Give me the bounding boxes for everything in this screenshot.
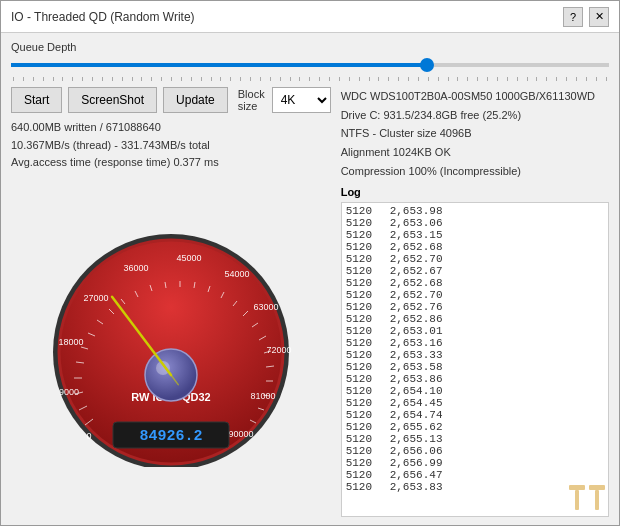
log-container[interactable]: 51202,653.9851202,653.0651202,653.155120… bbox=[341, 202, 609, 517]
svg-rect-43 bbox=[589, 485, 605, 490]
log-row: 51202,652.68 bbox=[346, 241, 604, 253]
log-col1: 5120 bbox=[346, 349, 382, 361]
tick bbox=[132, 77, 133, 81]
log-row: 51202,656.06 bbox=[346, 445, 604, 457]
tick bbox=[309, 77, 310, 81]
tick bbox=[507, 77, 508, 81]
svg-text:90000: 90000 bbox=[228, 429, 253, 439]
log-row: 51202,652.67 bbox=[346, 265, 604, 277]
tick bbox=[359, 77, 360, 81]
tick bbox=[477, 77, 478, 81]
log-col1: 5120 bbox=[346, 313, 382, 325]
start-button[interactable]: Start bbox=[11, 87, 62, 113]
log-col1: 5120 bbox=[346, 481, 382, 493]
stats-text: 640.00MB written / 671088640 10.367MB/s … bbox=[11, 119, 331, 172]
svg-text:81000: 81000 bbox=[250, 391, 275, 401]
log-col1: 5120 bbox=[346, 421, 382, 433]
log-row: 51202,653.16 bbox=[346, 337, 604, 349]
gauge-container: 0 9000 18000 27000 36000 45000 bbox=[11, 178, 331, 517]
tick bbox=[171, 77, 172, 81]
tick bbox=[260, 77, 261, 81]
device-alignment: Alignment 1024KB OK bbox=[341, 143, 609, 162]
tick bbox=[23, 77, 24, 81]
log-row: 51202,653.01 bbox=[346, 325, 604, 337]
log-col1: 5120 bbox=[346, 253, 382, 265]
avg-access-stat: Avg.access time (response time) 0.377 ms bbox=[11, 154, 331, 172]
tick-row bbox=[11, 77, 609, 81]
tick bbox=[566, 77, 567, 81]
window-title: IO - Threaded QD (Random Write) bbox=[11, 10, 195, 24]
log-col1: 5120 bbox=[346, 337, 382, 349]
log-col2: 2,653.98 bbox=[390, 205, 443, 217]
log-col2: 2,652.68 bbox=[390, 277, 443, 289]
log-col1: 5120 bbox=[346, 217, 382, 229]
svg-text:18000: 18000 bbox=[58, 337, 83, 347]
queue-label: Queue Depth bbox=[11, 41, 609, 53]
device-compression: Compression 100% (Incompressible) bbox=[341, 162, 609, 181]
log-col2: 2,652.67 bbox=[390, 265, 443, 277]
log-row: 51202,656.99 bbox=[346, 457, 604, 469]
tick bbox=[141, 77, 142, 81]
update-button[interactable]: Update bbox=[163, 87, 228, 113]
log-col1: 5120 bbox=[346, 229, 382, 241]
svg-rect-44 bbox=[595, 490, 599, 510]
log-col1: 5120 bbox=[346, 361, 382, 373]
watermark bbox=[569, 485, 605, 515]
tick bbox=[527, 77, 528, 81]
gauge-svg: 0 9000 18000 27000 36000 45000 bbox=[41, 227, 301, 467]
device-fs: NTFS - Cluster size 4096B bbox=[341, 124, 609, 143]
log-row: 51202,653.83 bbox=[346, 481, 604, 493]
tick bbox=[576, 77, 577, 81]
log-col1: 5120 bbox=[346, 325, 382, 337]
log-col2: 2,653.83 bbox=[390, 481, 443, 493]
log-col2: 2,652.70 bbox=[390, 289, 443, 301]
help-button[interactable]: ? bbox=[563, 7, 583, 27]
svg-text:63000: 63000 bbox=[253, 302, 278, 312]
tick bbox=[606, 77, 607, 81]
log-col2: 2,656.47 bbox=[390, 469, 443, 481]
close-button[interactable]: ✕ bbox=[589, 7, 609, 27]
log-col2: 2,652.70 bbox=[390, 253, 443, 265]
tick bbox=[230, 77, 231, 81]
log-row: 51202,652.76 bbox=[346, 301, 604, 313]
log-row: 51202,652.86 bbox=[346, 313, 604, 325]
title-controls: ? ✕ bbox=[563, 7, 609, 27]
log-row: 51202,653.58 bbox=[346, 361, 604, 373]
log-row: 51202,655.13 bbox=[346, 433, 604, 445]
tick bbox=[408, 77, 409, 81]
tick bbox=[438, 77, 439, 81]
log-col2: 2,653.58 bbox=[390, 361, 443, 373]
tick bbox=[72, 77, 73, 81]
log-col2: 2,654.45 bbox=[390, 397, 443, 409]
log-col2: 2,652.76 bbox=[390, 301, 443, 313]
tick bbox=[349, 77, 350, 81]
tick bbox=[378, 77, 379, 81]
tick bbox=[369, 77, 370, 81]
tick bbox=[220, 77, 221, 81]
tick bbox=[280, 77, 281, 81]
block-size-select[interactable]: 4K 512B 1K 2K 8K 16K 32K bbox=[272, 87, 331, 113]
log-col1: 5120 bbox=[346, 409, 382, 421]
tick bbox=[467, 77, 468, 81]
tick bbox=[586, 77, 587, 81]
screenshot-button[interactable]: ScreenShot bbox=[68, 87, 157, 113]
log-row: 51202,653.33 bbox=[346, 349, 604, 361]
log-col2: 2,653.33 bbox=[390, 349, 443, 361]
log-row: 51202,655.62 bbox=[346, 421, 604, 433]
svg-text:9000: 9000 bbox=[59, 387, 79, 397]
svg-text:27000: 27000 bbox=[83, 293, 108, 303]
tick bbox=[448, 77, 449, 81]
tick bbox=[102, 77, 103, 81]
digital-value: 84926.2 bbox=[139, 428, 202, 445]
left-panel: Start ScreenShot Update Block size 4K 51… bbox=[11, 87, 331, 517]
title-bar: IO - Threaded QD (Random Write) ? ✕ bbox=[1, 1, 619, 33]
queue-slider[interactable] bbox=[11, 63, 609, 67]
tick bbox=[53, 77, 54, 81]
tick bbox=[92, 77, 93, 81]
block-size-label: Block size bbox=[238, 88, 266, 112]
log-col2: 2,652.68 bbox=[390, 241, 443, 253]
log-col1: 5120 bbox=[346, 289, 382, 301]
log-col1: 5120 bbox=[346, 265, 382, 277]
tick bbox=[319, 77, 320, 81]
log-col1: 5120 bbox=[346, 385, 382, 397]
